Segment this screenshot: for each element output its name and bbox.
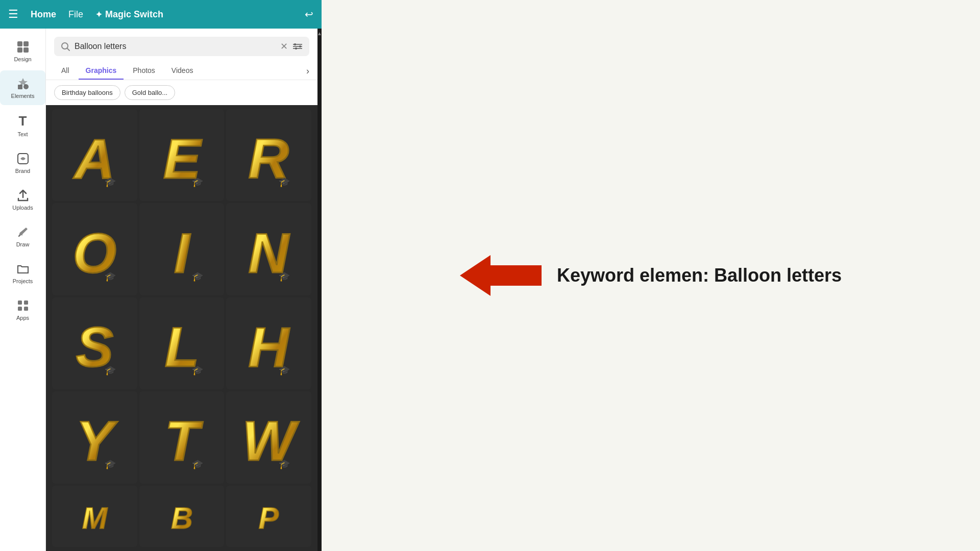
svg-text:🎓: 🎓 <box>279 177 291 188</box>
svg-marker-0 <box>460 255 542 296</box>
svg-text:🎓: 🎓 <box>192 271 204 282</box>
svg-text:W: W <box>242 409 300 470</box>
svg-text:🎓: 🎓 <box>105 271 116 282</box>
icon-sidebar: Design Elements T Text Brand <box>0 29 46 551</box>
suggestions-row: Birthday balloons Gold ballo... <box>46 80 317 105</box>
sidebar-design-label: Design <box>14 56 31 62</box>
sidebar-projects-label: Projects <box>13 278 33 284</box>
svg-rect-10 <box>18 307 22 311</box>
svg-text:🎓: 🎓 <box>192 177 204 188</box>
sidebar-item-draw[interactable]: Draw <box>0 219 45 254</box>
scroll-bar[interactable]: ▲ <box>317 29 322 551</box>
svg-text:B: B <box>171 501 193 534</box>
tab-graphics[interactable]: Graphics <box>79 62 124 80</box>
balloon-letter-r[interactable]: R R 🎓 <box>226 109 311 201</box>
balloon-letter-p[interactable]: P P <box>226 486 311 547</box>
sidebar-uploads-label: Uploads <box>12 205 33 211</box>
sidebar-item-design[interactable]: Design <box>0 34 45 68</box>
balloon-letter-b[interactable]: B B <box>139 486 225 547</box>
sidebar-item-text[interactable]: T Text <box>0 107 45 143</box>
hamburger-menu-button[interactable]: ☰ <box>8 8 18 21</box>
balloon-letter-l[interactable]: L L 🎓 <box>139 297 225 389</box>
svg-point-14 <box>299 45 301 47</box>
svg-text:🎓: 🎓 <box>105 365 116 376</box>
undo-button[interactable]: ↩ <box>305 8 313 20</box>
app-body: Design Elements T Text Brand <box>0 29 322 551</box>
svg-text:🎓: 🎓 <box>279 365 291 376</box>
tab-videos[interactable]: Videos <box>164 62 201 80</box>
sidebar-draw-label: Draw <box>16 241 30 247</box>
results-grid: A A 🎓 E E 🎓 R <box>46 105 317 551</box>
balloon-letter-m[interactable]: M M <box>52 486 137 547</box>
svg-rect-9 <box>24 300 28 305</box>
balloon-letter-a[interactable]: A A 🎓 <box>52 109 137 201</box>
tabs-next-button[interactable]: › <box>306 66 309 77</box>
elements-panel-container: ✕ All Graphic <box>46 29 322 551</box>
svg-text:🎓: 🎓 <box>192 459 204 470</box>
balloon-letter-o[interactable]: O O 🎓 <box>52 203 137 295</box>
keyword-annotation: Keyword elemen: Balloon letters <box>460 255 842 296</box>
suggestion-birthday-balloons[interactable]: Birthday balloons <box>54 85 120 100</box>
sidebar-item-brand[interactable]: Brand <box>0 145 45 180</box>
balloon-letter-h[interactable]: H H 🎓 <box>226 297 311 389</box>
home-nav-item[interactable]: Home <box>31 9 56 20</box>
keyword-label: Keyword elemen: Balloon letters <box>557 265 842 286</box>
search-clear-button[interactable]: ✕ <box>280 41 288 52</box>
balloon-letter-i[interactable]: I I 🎓 <box>139 203 225 295</box>
svg-text:I: I <box>174 221 191 283</box>
svg-rect-4 <box>23 47 29 53</box>
filter-icon[interactable] <box>292 41 303 52</box>
sidebar-elements-label: Elements <box>11 93 35 99</box>
left-arrow-icon <box>460 255 542 296</box>
svg-rect-8 <box>18 300 22 305</box>
magic-switch-nav-item[interactable]: Magic Switch <box>95 9 163 20</box>
search-icon <box>60 41 70 52</box>
search-input[interactable] <box>75 42 276 51</box>
sidebar-item-elements[interactable]: Elements <box>0 70 45 105</box>
sidebar-brand-label: Brand <box>15 168 30 174</box>
canva-app-panel: ☰ Home File Magic Switch ↩ Design <box>0 0 322 551</box>
svg-point-13 <box>294 43 296 45</box>
balloon-letter-s[interactable]: S S 🎓 <box>52 297 137 389</box>
elements-panel: ✕ All Graphic <box>46 29 317 551</box>
svg-text:🎓: 🎓 <box>105 177 116 188</box>
svg-point-15 <box>295 47 297 49</box>
svg-rect-11 <box>24 307 28 311</box>
sidebar-item-projects[interactable]: Projects <box>0 256 45 290</box>
suggestion-gold-balloons[interactable]: Gold ballo... <box>125 85 175 100</box>
balloon-letter-n[interactable]: N N 🎓 <box>226 203 311 295</box>
svg-rect-2 <box>23 41 29 46</box>
search-bar[interactable]: ✕ <box>54 37 309 56</box>
svg-rect-1 <box>17 41 22 46</box>
svg-point-5 <box>23 84 29 89</box>
balloon-letter-w[interactable]: W W 🎓 <box>226 391 311 483</box>
main-content-area: Keyword elemen: Balloon letters <box>322 0 980 551</box>
svg-text:🎓: 🎓 <box>279 459 291 470</box>
content-tabs: All Graphics Photos Videos › <box>46 62 317 80</box>
tab-photos[interactable]: Photos <box>126 62 162 80</box>
top-navigation: ☰ Home File Magic Switch ↩ <box>0 0 322 29</box>
sidebar-apps-label: Apps <box>16 315 29 321</box>
svg-text:P: P <box>259 501 279 534</box>
sidebar-item-uploads[interactable]: Uploads <box>0 182 45 217</box>
svg-text:M: M <box>82 501 108 534</box>
text-icon: T <box>19 113 27 129</box>
svg-rect-6 <box>18 85 22 89</box>
sidebar-item-apps[interactable]: Apps <box>0 292 45 327</box>
balloon-letter-y[interactable]: Y Y 🎓 <box>52 391 137 483</box>
svg-point-12 <box>62 43 68 49</box>
tab-all[interactable]: All <box>54 62 77 80</box>
sidebar-text-label: Text <box>17 131 28 137</box>
svg-text:🎓: 🎓 <box>279 271 291 282</box>
svg-text:🎓: 🎓 <box>105 459 116 470</box>
file-nav-item[interactable]: File <box>68 9 83 20</box>
scroll-up-arrow[interactable]: ▲ <box>317 31 322 36</box>
balloon-letter-e[interactable]: E E 🎓 <box>139 109 225 201</box>
svg-rect-3 <box>17 47 22 53</box>
svg-text:🎓: 🎓 <box>192 365 204 376</box>
balloon-letter-t[interactable]: T T 🎓 <box>139 391 225 483</box>
